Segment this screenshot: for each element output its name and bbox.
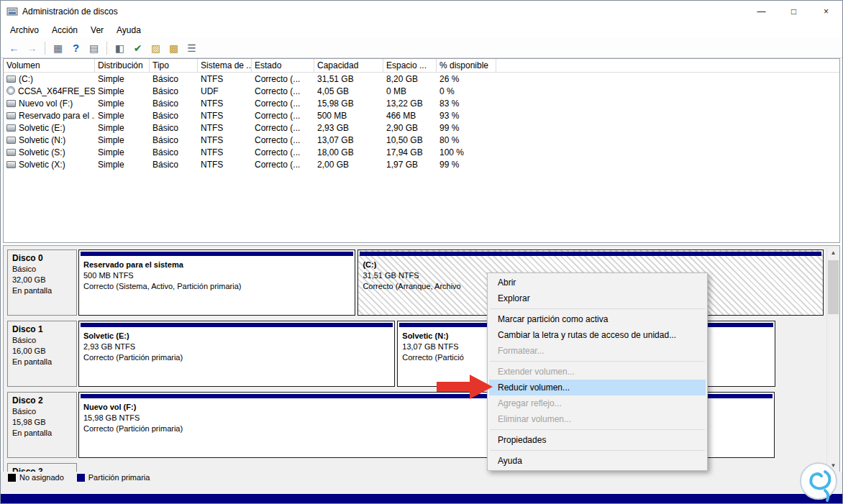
column-sistema[interactable]: Sistema de ... xyxy=(198,59,252,72)
partition-name: Solvetic (E:) xyxy=(83,331,390,342)
menu-bar: Archivo Acción Ver Ayuda xyxy=(1,22,842,38)
table-row[interactable]: Solvetic (N:) Simple Básico NTFS Correct… xyxy=(4,134,839,146)
column-capacidad[interactable]: Capacidad xyxy=(314,59,383,72)
column-espacio[interactable]: Espacio ... xyxy=(383,59,437,72)
partition-reservado-sistema[interactable]: Reservado para el sistema 500 MB NTFS Co… xyxy=(78,249,355,316)
volume-name: Nuevo vol (F:) xyxy=(19,98,73,109)
toolbar-separator xyxy=(45,42,45,55)
cell-disponible: 99 % xyxy=(437,160,496,170)
cell-tipo: Básico xyxy=(150,98,198,109)
help-icon[interactable]: ? xyxy=(67,40,85,56)
volume-name: Solvetic (X:) xyxy=(19,160,65,170)
check-status-icon[interactable]: ✔ xyxy=(129,40,147,56)
menu-ayuda[interactable]: Ayuda xyxy=(110,23,147,37)
volume-name: Solvetic (N:) xyxy=(19,135,65,145)
disk-2-label[interactable]: Disco 2 Básico 15,98 GB En pantalla xyxy=(7,392,77,458)
cell-sistema: NTFS xyxy=(198,147,252,157)
cell-espacio: 1,97 GB xyxy=(383,160,437,170)
minimize-icon[interactable]: — xyxy=(745,1,778,22)
menu-item-explorar[interactable]: Explorar xyxy=(489,290,706,306)
vertical-scrollbar[interactable]: ▲ ▼ xyxy=(826,247,839,472)
partition-solvetic-e[interactable]: Solvetic (E:) 2,93 GB NTFS Correcto (Par… xyxy=(78,321,395,387)
console-tree-icon[interactable]: ▦ xyxy=(49,40,67,56)
cell-capacidad: 4,05 GB xyxy=(314,86,383,96)
column-disponible[interactable]: % disponible xyxy=(437,59,496,72)
title-bar: Administración de discos — □ × xyxy=(1,1,842,22)
cell-distribucion: Simple xyxy=(95,135,150,145)
drive-icon xyxy=(6,75,16,83)
menu-separator xyxy=(490,450,705,451)
scrollbar-thumb[interactable] xyxy=(828,260,839,314)
disk-1-label[interactable]: Disco 1 Básico 16,00 GB En pantalla xyxy=(7,321,77,387)
table-row[interactable]: Solvetic (E:) Simple Básico NTFS Correct… xyxy=(4,122,839,134)
cell-tipo: Básico xyxy=(150,160,198,170)
cell-tipo: Básico xyxy=(150,147,198,157)
cell-tipo: Básico xyxy=(150,111,198,121)
legend-label: No asignado xyxy=(19,473,64,482)
cell-espacio: 10,50 GB xyxy=(383,135,437,145)
menu-item-ayuda[interactable]: Ayuda xyxy=(489,453,706,469)
partition-status: Correcto (Sistema, Activo, Partición pri… xyxy=(83,281,350,292)
disk-size: 16,00 GB xyxy=(12,346,72,357)
table-row[interactable]: Solvetic (S:) Simple Básico NTFS Correct… xyxy=(4,146,839,158)
cell-capacidad: 13,07 GB xyxy=(314,135,383,145)
disk-2-partitions: Nuevo vol (F:) 15,98 GB NTFS Correcto (P… xyxy=(78,392,824,458)
cell-estado: Correcto (... xyxy=(252,147,314,157)
menu-item-propiedades[interactable]: Propiedades xyxy=(489,432,706,448)
legend-item-unallocated: No asignado xyxy=(8,473,64,482)
menu-ver[interactable]: Ver xyxy=(84,23,110,37)
menu-accion[interactable]: Acción xyxy=(45,23,84,37)
menu-archivo[interactable]: Archivo xyxy=(4,23,45,37)
menu-separator xyxy=(490,429,705,430)
column-distribucion[interactable]: Distribución xyxy=(95,59,150,72)
partition-size: 500 MB NTFS xyxy=(83,270,350,281)
cell-capacidad: 18,00 GB xyxy=(314,147,383,157)
disk-status: En pantalla xyxy=(12,428,72,439)
menu-item-cambiar-letra[interactable]: Cambiar la letra y rutas de acceso de un… xyxy=(489,327,706,343)
scroll-up-icon[interactable]: ▲ xyxy=(827,247,839,259)
column-estado[interactable]: Estado xyxy=(252,59,314,72)
disk-name: Disco 1 xyxy=(12,324,72,335)
list-view-icon[interactable]: ☰ xyxy=(183,40,201,56)
cell-tipo: Básico xyxy=(150,123,198,133)
close-icon[interactable]: × xyxy=(810,1,842,22)
column-filler xyxy=(496,59,839,72)
script-icon[interactable]: ▩ xyxy=(165,40,183,56)
table-row[interactable]: Nuevo vol (F:) Simple Básico NTFS Correc… xyxy=(4,97,839,109)
maximize-icon[interactable]: □ xyxy=(778,1,810,22)
app-icon xyxy=(6,6,18,17)
disk-0-label[interactable]: Disco 0 Básico 32,00 GB En pantalla xyxy=(7,249,77,316)
menu-item-eliminar-volumen: Eliminar volumen... xyxy=(489,411,706,427)
disk-size: 32,00 GB xyxy=(12,275,72,285)
disk-management-window: Administración de discos — □ × Archivo A… xyxy=(0,0,843,504)
table-row[interactable]: (C:) Simple Básico NTFS Correcto (... 31… xyxy=(4,73,839,85)
partition-status: Correcto (Partición primaria) xyxy=(83,352,390,363)
cell-espacio: 466 MB xyxy=(383,111,437,121)
table-row[interactable]: Reservado para el ... Simple Básico NTFS… xyxy=(4,109,839,122)
panes-icon[interactable]: ▤ xyxy=(85,40,103,56)
column-tipo[interactable]: Tipo xyxy=(150,59,198,72)
menu-item-reducir-volumen[interactable]: Reducir volumen... xyxy=(489,380,706,395)
cell-estado: Correcto (... xyxy=(252,74,314,84)
volume-name: Solvetic (S:) xyxy=(19,147,65,157)
column-volumen[interactable]: Volumen xyxy=(4,59,95,72)
legend: No asignado Partición primaria xyxy=(1,472,842,482)
partition-name: Reservado para el sistema xyxy=(83,260,350,270)
action-pane-icon[interactable]: ◧ xyxy=(111,40,129,56)
cell-distribucion: Simple xyxy=(95,86,150,96)
back-icon[interactable]: ← xyxy=(5,40,23,56)
menu-item-marcar-particion-activa[interactable]: Marcar partición como activa xyxy=(489,311,706,327)
cell-estado: Correcto (... xyxy=(252,86,314,96)
menu-item-abrir[interactable]: Abrir xyxy=(489,275,706,290)
cell-distribucion: Simple xyxy=(95,74,150,84)
table-row[interactable]: CCSA_X64FRE_ES-... Simple Básico UDF Cor… xyxy=(4,85,839,97)
bottom-accent-strip xyxy=(1,494,842,503)
disk-type: Básico xyxy=(12,264,72,275)
volume-name: (C:) xyxy=(19,74,33,84)
forward-icon[interactable]: → xyxy=(23,40,41,56)
watermark-logo-icon xyxy=(798,462,839,503)
table-row[interactable]: Solvetic (X:) Simple Básico NTFS Correct… xyxy=(4,158,839,170)
cell-capacidad: 15,98 GB xyxy=(314,98,383,109)
cell-espacio: 8,20 GB xyxy=(383,74,437,84)
open-folder-icon[interactable]: ▨ xyxy=(147,40,165,56)
